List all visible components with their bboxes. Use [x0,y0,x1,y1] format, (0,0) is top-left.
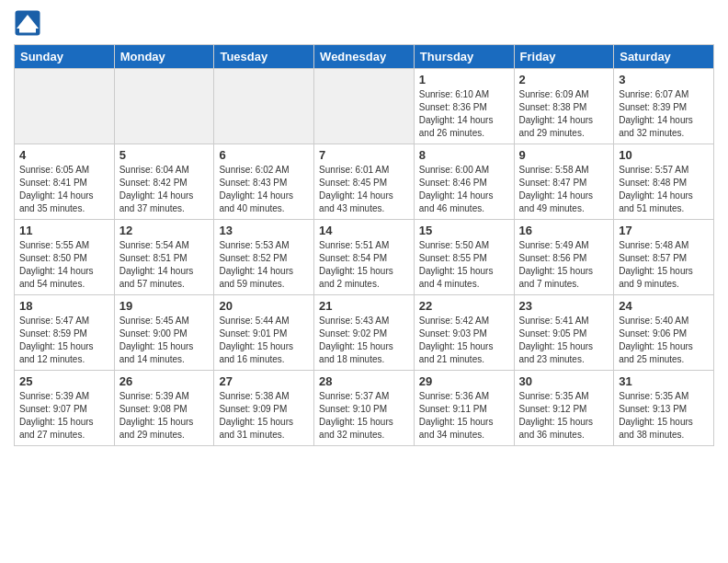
weekday-header-wednesday: Wednesday [314,45,415,69]
calendar-cell [114,69,214,144]
calendar-cell: 4Sunrise: 6:05 AM Sunset: 8:41 PM Daylig… [15,144,115,220]
calendar-cell: 29Sunrise: 5:36 AM Sunset: 9:11 PM Dayli… [414,371,514,446]
day-number: 15 [419,224,509,237]
calendar-cell: 12Sunrise: 5:54 AM Sunset: 8:51 PM Dayli… [114,220,214,295]
calendar-cell: 24Sunrise: 5:40 AM Sunset: 9:06 PM Dayli… [614,295,714,371]
calendar-cell: 7Sunrise: 6:01 AM Sunset: 8:45 PM Daylig… [314,144,415,220]
day-info: Sunrise: 5:39 AM Sunset: 9:07 PM Dayligh… [19,390,109,442]
day-info: Sunrise: 5:35 AM Sunset: 9:13 PM Dayligh… [619,390,709,442]
calendar-cell: 8Sunrise: 6:00 AM Sunset: 8:46 PM Daylig… [414,144,514,220]
calendar-cell: 1Sunrise: 6:10 AM Sunset: 8:36 PM Daylig… [414,69,514,144]
day-number: 4 [19,148,109,162]
page: SundayMondayTuesdayWednesdayThursdayFrid… [0,0,728,563]
calendar-cell: 11Sunrise: 5:55 AM Sunset: 8:50 PM Dayli… [15,220,115,295]
day-info: Sunrise: 5:48 AM Sunset: 8:57 PM Dayligh… [619,239,709,291]
calendar-cell: 30Sunrise: 5:35 AM Sunset: 9:12 PM Dayli… [514,371,614,446]
day-info: Sunrise: 5:54 AM Sunset: 8:51 PM Dayligh… [119,239,210,291]
calendar-cell: 2Sunrise: 6:09 AM Sunset: 8:38 PM Daylig… [514,69,614,144]
calendar-cell: 17Sunrise: 5:48 AM Sunset: 8:57 PM Dayli… [614,220,714,295]
day-number: 18 [19,299,109,313]
day-number: 1 [419,73,509,86]
day-info: Sunrise: 5:38 AM Sunset: 9:09 PM Dayligh… [219,390,309,442]
day-number: 13 [219,224,309,237]
day-info: Sunrise: 5:53 AM Sunset: 8:52 PM Dayligh… [219,239,309,291]
calendar-cell: 19Sunrise: 5:45 AM Sunset: 9:00 PM Dayli… [114,295,214,371]
day-number: 7 [319,148,409,162]
calendar-cell: 26Sunrise: 5:39 AM Sunset: 9:08 PM Dayli… [114,371,214,446]
day-number: 29 [419,374,509,388]
calendar-cell: 10Sunrise: 5:57 AM Sunset: 8:48 PM Dayli… [614,144,714,220]
day-info: Sunrise: 6:05 AM Sunset: 8:41 PM Dayligh… [19,164,109,215]
day-number: 28 [319,374,409,388]
day-info: Sunrise: 6:00 AM Sunset: 8:46 PM Dayligh… [419,164,509,215]
calendar-cell: 16Sunrise: 5:49 AM Sunset: 8:56 PM Dayli… [514,220,614,295]
header [14,9,714,37]
svg-rect-2 [19,29,36,33]
day-info: Sunrise: 5:58 AM Sunset: 8:47 PM Dayligh… [519,164,609,215]
week-row-2: 11Sunrise: 5:55 AM Sunset: 8:50 PM Dayli… [15,220,714,295]
calendar-cell: 27Sunrise: 5:38 AM Sunset: 9:09 PM Dayli… [214,371,314,446]
day-info: Sunrise: 6:07 AM Sunset: 8:39 PM Dayligh… [619,88,709,140]
calendar-cell: 9Sunrise: 5:58 AM Sunset: 8:47 PM Daylig… [514,144,614,220]
week-row-0: 1Sunrise: 6:10 AM Sunset: 8:36 PM Daylig… [15,69,714,144]
day-number: 5 [119,148,210,162]
day-info: Sunrise: 5:50 AM Sunset: 8:55 PM Dayligh… [419,239,509,291]
calendar-cell: 21Sunrise: 5:43 AM Sunset: 9:02 PM Dayli… [314,295,415,371]
day-info: Sunrise: 5:49 AM Sunset: 8:56 PM Dayligh… [519,239,609,291]
day-number: 21 [319,299,409,313]
calendar-cell: 13Sunrise: 5:53 AM Sunset: 8:52 PM Dayli… [214,220,314,295]
day-number: 30 [519,374,609,388]
calendar-cell: 28Sunrise: 5:37 AM Sunset: 9:10 PM Dayli… [314,371,415,446]
day-number: 31 [619,374,709,388]
calendar-cell: 14Sunrise: 5:51 AM Sunset: 8:54 PM Dayli… [314,220,415,295]
calendar-cell: 18Sunrise: 5:47 AM Sunset: 8:59 PM Dayli… [15,295,115,371]
weekday-header-tuesday: Tuesday [214,45,314,69]
calendar-cell: 22Sunrise: 5:42 AM Sunset: 9:03 PM Dayli… [414,295,514,371]
calendar-cell: 23Sunrise: 5:41 AM Sunset: 9:05 PM Dayli… [514,295,614,371]
day-number: 19 [119,299,210,313]
calendar-cell: 25Sunrise: 5:39 AM Sunset: 9:07 PM Dayli… [15,371,115,446]
day-info: Sunrise: 6:10 AM Sunset: 8:36 PM Dayligh… [419,88,509,140]
weekday-header-saturday: Saturday [614,45,714,69]
calendar-cell: 20Sunrise: 5:44 AM Sunset: 9:01 PM Dayli… [214,295,314,371]
day-number: 6 [219,148,309,162]
weekday-header-sunday: Sunday [15,45,115,69]
day-info: Sunrise: 5:44 AM Sunset: 9:01 PM Dayligh… [219,315,309,366]
logo [14,9,45,37]
day-number: 22 [419,299,509,313]
weekday-header-row: SundayMondayTuesdayWednesdayThursdayFrid… [15,45,714,69]
day-number: 16 [519,224,609,237]
day-number: 3 [619,73,709,86]
calendar-cell: 15Sunrise: 5:50 AM Sunset: 8:55 PM Dayli… [414,220,514,295]
day-info: Sunrise: 5:36 AM Sunset: 9:11 PM Dayligh… [419,390,509,442]
day-info: Sunrise: 5:37 AM Sunset: 9:10 PM Dayligh… [319,390,409,442]
day-info: Sunrise: 6:04 AM Sunset: 8:42 PM Dayligh… [119,164,210,215]
calendar-cell [214,69,314,144]
weekday-header-monday: Monday [114,45,214,69]
weekday-header-friday: Friday [514,45,614,69]
day-number: 10 [619,148,709,162]
day-number: 14 [319,224,409,237]
day-info: Sunrise: 6:01 AM Sunset: 8:45 PM Dayligh… [319,164,409,215]
day-info: Sunrise: 6:02 AM Sunset: 8:43 PM Dayligh… [219,164,309,215]
day-info: Sunrise: 5:43 AM Sunset: 9:02 PM Dayligh… [319,315,409,366]
day-number: 9 [519,148,609,162]
day-info: Sunrise: 6:09 AM Sunset: 8:38 PM Dayligh… [519,88,609,140]
day-info: Sunrise: 5:41 AM Sunset: 9:05 PM Dayligh… [519,315,609,366]
week-row-1: 4Sunrise: 6:05 AM Sunset: 8:41 PM Daylig… [15,144,714,220]
day-number: 25 [19,374,109,388]
day-number: 20 [219,299,309,313]
day-number: 17 [619,224,709,237]
weekday-header-thursday: Thursday [414,45,514,69]
calendar-table: SundayMondayTuesdayWednesdayThursdayFrid… [14,44,714,446]
day-number: 24 [619,299,709,313]
day-number: 27 [219,374,309,388]
day-info: Sunrise: 5:47 AM Sunset: 8:59 PM Dayligh… [19,315,109,366]
day-number: 8 [419,148,509,162]
logo-icon [14,9,41,37]
calendar-cell: 5Sunrise: 6:04 AM Sunset: 8:42 PM Daylig… [114,144,214,220]
day-number: 12 [119,224,210,237]
week-row-4: 25Sunrise: 5:39 AM Sunset: 9:07 PM Dayli… [15,371,714,446]
day-number: 2 [519,73,609,86]
calendar-cell: 6Sunrise: 6:02 AM Sunset: 8:43 PM Daylig… [214,144,314,220]
